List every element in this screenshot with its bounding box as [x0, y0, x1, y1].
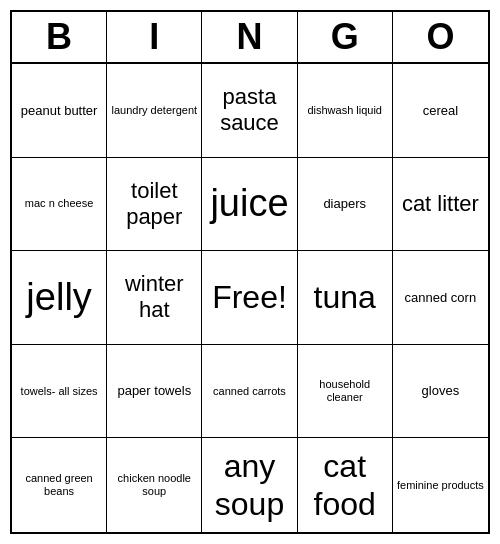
- bingo-cell: cat food: [298, 438, 393, 532]
- bingo-cell: mac n cheese: [12, 158, 107, 252]
- bingo-cell: paper towels: [107, 345, 202, 439]
- bingo-cell: pasta sauce: [202, 64, 297, 158]
- header-letter: G: [298, 12, 393, 62]
- bingo-cell: feminine products: [393, 438, 488, 532]
- bingo-cell: gloves: [393, 345, 488, 439]
- bingo-cell: cat litter: [393, 158, 488, 252]
- bingo-cell: laundry detergent: [107, 64, 202, 158]
- bingo-cell: any soup: [202, 438, 297, 532]
- bingo-cell: towels- all sizes: [12, 345, 107, 439]
- bingo-cell: household cleaner: [298, 345, 393, 439]
- bingo-cell: dishwash liquid: [298, 64, 393, 158]
- bingo-cell: canned carrots: [202, 345, 297, 439]
- bingo-cell: toilet paper: [107, 158, 202, 252]
- header-letter: O: [393, 12, 488, 62]
- bingo-cell: canned green beans: [12, 438, 107, 532]
- bingo-cell: tuna: [298, 251, 393, 345]
- bingo-card: BINGO peanut butterlaundry detergentpast…: [10, 10, 490, 534]
- bingo-grid: peanut butterlaundry detergentpasta sauc…: [12, 64, 488, 532]
- bingo-cell: diapers: [298, 158, 393, 252]
- bingo-cell: chicken noodle soup: [107, 438, 202, 532]
- bingo-cell: juice: [202, 158, 297, 252]
- bingo-cell: jelly: [12, 251, 107, 345]
- bingo-header: BINGO: [12, 12, 488, 64]
- bingo-cell: canned corn: [393, 251, 488, 345]
- bingo-cell: cereal: [393, 64, 488, 158]
- bingo-cell: peanut butter: [12, 64, 107, 158]
- header-letter: I: [107, 12, 202, 62]
- bingo-cell: Free!: [202, 251, 297, 345]
- header-letter: N: [202, 12, 297, 62]
- header-letter: B: [12, 12, 107, 62]
- bingo-cell: winter hat: [107, 251, 202, 345]
